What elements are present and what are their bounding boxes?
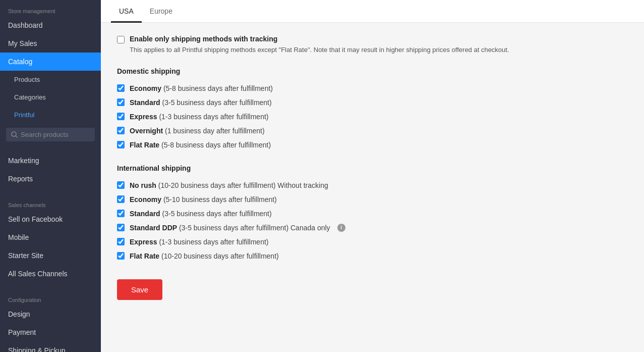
int-norush-label[interactable]: No rush (10-20 business days after fulfi… [130, 181, 328, 189]
int-standard-detail: (3-5 business days after fulfillment) [162, 210, 272, 218]
tracking-description: This applies to all Printful shipping me… [130, 45, 509, 55]
dom-overnight-label[interactable]: Overnight (1 business day after fulfillm… [130, 127, 265, 135]
dom-overnight-detail: (1 business day after fulfillment) [165, 127, 265, 135]
int-flatrate-checkbox[interactable] [117, 252, 125, 260]
dom-economy-option: Economy (5-8 business days after fulfill… [117, 81, 628, 95]
tab-europe[interactable]: Europe [142, 0, 181, 23]
sidebar-item-marketing[interactable]: Marketing [0, 152, 101, 170]
dom-standard-option: Standard (3-5 business days after fulfil… [117, 95, 628, 110]
tabs-bar: USA Europe [101, 0, 644, 23]
sidebar-item-all-sales-channels[interactable]: All Sales Channels [0, 265, 101, 283]
sidebar-item-printful[interactable]: Printful [0, 106, 101, 124]
international-shipping-title: International shipping [117, 164, 628, 172]
dom-flatrate-label[interactable]: Flat Rate (5-8 business days after fulfi… [130, 141, 271, 149]
dom-overnight-checkbox[interactable] [117, 127, 125, 134]
sidebar-item-label: Dashboard [8, 21, 43, 29]
sidebar-item-dashboard[interactable]: Dashboard [0, 16, 101, 34]
sidebar-item-categories[interactable]: Categories [0, 88, 101, 106]
sidebar-item-label: Sell on Facebook [8, 215, 63, 223]
dom-express-checkbox[interactable] [117, 113, 125, 120]
int-standard-ddp-checkbox[interactable] [117, 224, 125, 231]
int-standard-option: Standard (3-5 business days after fulfil… [117, 207, 628, 221]
info-icon[interactable]: i [337, 224, 345, 232]
sidebar-item-label: Printful [14, 111, 34, 119]
svg-line-1 [16, 136, 17, 137]
search-input[interactable] [21, 131, 90, 138]
int-economy-label[interactable]: Economy (5-10 business days after fulfil… [130, 195, 277, 204]
int-economy-checkbox[interactable] [117, 195, 125, 203]
sidebar-item-shipping-pickup[interactable]: Shipping & Pickup [0, 341, 101, 352]
int-flatrate-label[interactable]: Flat Rate (10-20 business days after ful… [130, 252, 279, 260]
sidebar-item-design[interactable]: Design [0, 305, 101, 323]
sidebar-item-starter-site[interactable]: Starter Site [0, 246, 101, 265]
configuration-label: Configuration [0, 289, 101, 305]
int-economy-detail: (5-10 business days after fulfillment) [163, 195, 277, 204]
int-express-detail: (1-3 business days after fulfillment) [159, 238, 268, 246]
store-management-label: Store management [0, 0, 101, 16]
save-button[interactable]: Save [117, 279, 162, 300]
int-standard-checkbox[interactable] [117, 210, 125, 217]
dom-standard-checkbox[interactable] [117, 98, 125, 106]
sidebar-item-label: Design [8, 310, 30, 318]
sales-channels-label: Sales channels [0, 194, 101, 210]
dom-economy-detail: (5-8 business days after fulfillment) [163, 84, 273, 92]
int-standard-name: Standard [130, 210, 160, 218]
dom-standard-label[interactable]: Standard (3-5 business days after fulfil… [130, 98, 272, 107]
int-express-name: Express [130, 238, 157, 246]
domestic-shipping-section: Domestic shipping Economy (5-8 business … [117, 67, 628, 152]
dom-express-name: Express [130, 113, 157, 121]
int-flatrate-detail: (10-20 business days after fulfillment) [161, 252, 279, 260]
int-flatrate-option: Flat Rate (10-20 business days after ful… [117, 249, 628, 263]
dom-standard-detail: (3-5 business days after fulfillment) [162, 98, 272, 107]
int-norush-checkbox[interactable] [117, 181, 125, 189]
content-area: Enable only shipping methods with tracki… [101, 23, 644, 352]
sidebar-item-products[interactable]: Products [0, 71, 101, 88]
int-norush-name: No rush [130, 181, 156, 189]
search-box [6, 128, 95, 141]
sidebar-item-label: Marketing [8, 157, 39, 165]
int-standard-ddp-detail: (3-5 business days after fulfillment) Ca… [179, 224, 330, 232]
int-flatrate-name: Flat Rate [130, 252, 159, 260]
tracking-section: Enable only shipping methods with tracki… [117, 35, 628, 55]
int-norush-option: No rush (10-20 business days after fulfi… [117, 178, 628, 192]
sidebar-item-label: Payment [8, 328, 36, 336]
dom-economy-name: Economy [130, 84, 161, 92]
international-shipping-section: International shipping No rush (10-20 bu… [117, 164, 628, 263]
int-standard-label[interactable]: Standard (3-5 business days after fulfil… [130, 210, 272, 218]
int-economy-name: Economy [130, 195, 161, 204]
tracking-checkbox[interactable] [117, 36, 125, 43]
sidebar-item-label: Starter Site [8, 252, 43, 260]
dom-economy-checkbox[interactable] [117, 84, 125, 92]
sidebar-item-label: All Sales Channels [8, 270, 68, 278]
sidebar-item-label: Mobile [8, 233, 29, 241]
sidebar-item-label: Catalog [8, 58, 32, 66]
int-standard-ddp-name: Standard DDP [130, 224, 177, 232]
tab-usa[interactable]: USA [111, 0, 142, 23]
sidebar-item-catalog[interactable]: Catalog [0, 53, 101, 71]
sidebar-item-my-sales[interactable]: My Sales [0, 34, 101, 53]
int-express-checkbox[interactable] [117, 238, 125, 245]
sidebar-item-mobile[interactable]: Mobile [0, 228, 101, 246]
tracking-label[interactable]: Enable only shipping methods with tracki… [130, 35, 277, 43]
sidebar-item-sell-on-facebook[interactable]: Sell on Facebook [0, 210, 101, 228]
int-norush-detail: (10-20 business days after fulfillment) … [158, 181, 328, 189]
tracking-label-block: Enable only shipping methods with tracki… [130, 35, 509, 55]
sidebar-item-reports[interactable]: Reports [0, 170, 101, 188]
dom-flatrate-detail: (5-8 business days after fulfillment) [161, 141, 271, 149]
dom-express-label[interactable]: Express (1-3 business days after fulfill… [130, 113, 268, 121]
dom-overnight-name: Overnight [130, 127, 163, 135]
int-economy-option: Economy (5-10 business days after fulfil… [117, 192, 628, 207]
domestic-shipping-title: Domestic shipping [117, 67, 628, 75]
dom-economy-label[interactable]: Economy (5-8 business days after fulfill… [130, 84, 273, 92]
sidebar-item-label: Categories [14, 93, 46, 101]
sidebar-item-label: Shipping & Pickup [8, 346, 66, 352]
sidebar-item-payment[interactable]: Payment [0, 323, 101, 341]
dom-flatrate-checkbox[interactable] [117, 141, 125, 148]
int-standard-ddp-label[interactable]: Standard DDP (3-5 business days after fu… [130, 224, 330, 232]
sidebar: Store management Dashboard My Sales Cata… [0, 0, 101, 352]
dom-flatrate-name: Flat Rate [130, 141, 159, 149]
int-express-label[interactable]: Express (1-3 business days after fulfill… [130, 238, 268, 246]
sidebar-item-label: My Sales [8, 39, 37, 47]
sidebar-item-label: Reports [8, 175, 33, 183]
dom-standard-name: Standard [130, 98, 160, 107]
